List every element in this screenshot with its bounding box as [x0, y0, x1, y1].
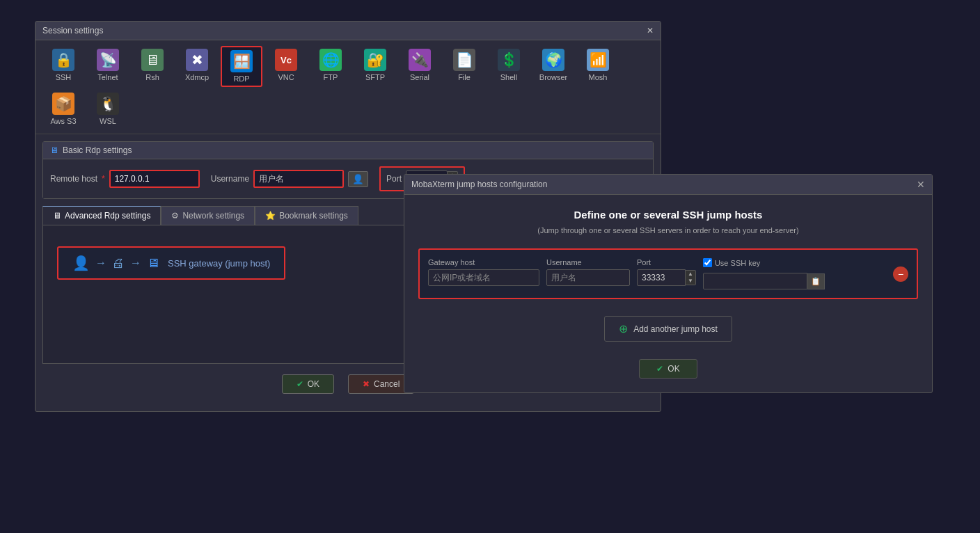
gateway-host-group: Gateway host: [428, 258, 539, 286]
browser-icon: 🌍: [542, 49, 564, 71]
cancel-label: Cancel: [374, 379, 400, 389]
protocol-vnc[interactable]: Vc VNC: [265, 46, 307, 87]
delete-jump-host-button[interactable]: −: [893, 266, 908, 282]
ssh-key-group: Use SSH key 📋: [703, 258, 825, 289]
ftp-icon: 🌐: [319, 49, 342, 71]
jump-port-group: Port ▲ ▼: [637, 258, 696, 286]
ok-label: OK: [308, 379, 319, 389]
browser-label: Browser: [539, 73, 567, 81]
bookmark-tab-label: Bookmark settings: [279, 211, 348, 221]
jump-port-down[interactable]: ▼: [686, 278, 695, 285]
popup-titlebar: MobaXterm jump hosts configuration ✕: [404, 175, 932, 195]
remote-host-group: Remote host *: [50, 170, 200, 188]
sftp-icon: 🔐: [364, 49, 386, 71]
protocol-rdp[interactable]: 🪟 RDP: [221, 46, 262, 87]
protocol-bar: 🔒 SSH 📡 Telnet 🖥 Rsh ✖ Xdmcp 🪟 RDP Vc VN…: [35, 40, 661, 134]
arrow1-icon: →: [95, 257, 106, 269]
mosh-icon: 📶: [587, 49, 609, 71]
ssh-key-checkbox-row: Use SSH key: [703, 258, 825, 267]
remote-host-label: Remote host: [50, 174, 97, 184]
bookmark-tab-icon: ⭐: [265, 211, 276, 221]
vnc-icon: Vc: [275, 49, 297, 71]
popup-ok-label: OK: [667, 364, 679, 374]
popup-subtitle: (Jump through one or several SSH servers…: [418, 226, 918, 234]
user-icon-button[interactable]: 👤: [348, 171, 368, 187]
monitor-icon: 🖥: [147, 256, 159, 271]
session-close-button[interactable]: ✕: [647, 26, 654, 35]
jump-username-input[interactable]: [546, 269, 630, 286]
session-titlebar: Session settings ✕: [35, 22, 661, 40]
network-tab-label: Network settings: [182, 211, 244, 221]
protocol-wsl[interactable]: 🐧 WSL: [87, 90, 129, 128]
tab-network[interactable]: ⚙ Network settings: [161, 206, 255, 225]
jump-port-up[interactable]: ▲: [686, 271, 695, 278]
jump-port-spinner: ▲ ▼: [637, 269, 696, 286]
popup-ok-check-icon: ✔: [656, 364, 663, 374]
advanced-rdp-tab-label: Advanced Rdp settings: [65, 211, 150, 221]
jump-entry-fields: Gateway host Username Port ▲ ▼: [428, 258, 886, 289]
protocol-shell[interactable]: 💲 Shell: [488, 46, 530, 87]
gateway-host-input[interactable]: [428, 269, 539, 286]
telnet-icon: 📡: [97, 49, 119, 71]
jump-username-field-label: Username: [546, 258, 630, 266]
ssh-key-input[interactable]: [703, 273, 807, 289]
add-jump-host-button[interactable]: ⊕ Add another jump host: [604, 316, 732, 342]
xdmcp-icon: ✖: [186, 49, 208, 71]
network-tab-icon: ⚙: [171, 211, 179, 221]
ok-button[interactable]: ✔ OK: [282, 374, 334, 394]
router-icon: 🖨: [112, 256, 125, 271]
rsh-icon: 🖥: [141, 49, 164, 71]
use-ssh-key-label: Use SSH key: [715, 259, 760, 267]
popup-close-button[interactable]: ✕: [917, 179, 925, 190]
add-jump-host-label: Add another jump host: [633, 324, 718, 334]
popup-ok-row: ✔ OK: [418, 359, 918, 379]
protocol-sftp[interactable]: 🔐 SFTP: [354, 46, 396, 87]
protocol-rsh[interactable]: 🖥 Rsh: [132, 46, 173, 87]
vnc-label: VNC: [278, 73, 294, 81]
jump-host-label: SSH gateway (jump host): [168, 258, 270, 269]
jump-hosts-popup: MobaXterm jump hosts configuration ✕ Def…: [404, 174, 933, 393]
tab-advanced-rdp[interactable]: 🖥 Advanced Rdp settings: [42, 206, 161, 225]
protocol-xdmcp[interactable]: ✖ Xdmcp: [176, 46, 218, 87]
shell-label: Shell: [500, 73, 517, 81]
jump-port-input[interactable]: [637, 269, 686, 286]
protocol-awss3[interactable]: 📦 Aws S3: [42, 90, 84, 128]
ftp-label: FTP: [324, 73, 338, 81]
port-label: Port: [386, 174, 402, 184]
protocol-browser[interactable]: 🌍 Browser: [532, 46, 574, 87]
arrow2-icon: →: [130, 257, 141, 269]
basic-rdp-title: Basic Rdp settings: [63, 145, 132, 155]
ssh-label: SSH: [56, 73, 72, 81]
protocol-ftp[interactable]: 🌐 FTP: [310, 46, 351, 87]
serial-icon: 🔌: [409, 49, 431, 71]
cancel-x-icon: ✖: [363, 379, 370, 389]
rsh-label: Rsh: [145, 73, 159, 81]
protocol-ssh[interactable]: 🔒 SSH: [42, 46, 84, 87]
protocol-serial[interactable]: 🔌 Serial: [399, 46, 441, 87]
session-title: Session settings: [42, 26, 103, 35]
popup-main-title: Define one or several SSH jump hosts: [418, 209, 918, 221]
username-group: Username 👤: [211, 170, 368, 188]
advanced-rdp-tab-icon: 🖥: [53, 211, 61, 221]
remote-host-input[interactable]: [109, 170, 200, 188]
shell-icon: 💲: [498, 49, 520, 71]
ok-check-icon: ✔: [297, 379, 303, 389]
protocol-file[interactable]: 📄 File: [443, 46, 485, 87]
tab-bookmark[interactable]: ⭐ Bookmark settings: [255, 206, 358, 225]
jump-host-button[interactable]: 👤 → 🖨 → 🖥 SSH gateway (jump host): [57, 246, 285, 280]
protocol-telnet[interactable]: 📡 Telnet: [87, 46, 129, 87]
rdp-icon: 🪟: [230, 50, 253, 72]
protocol-mosh[interactable]: 📶 Mosh: [577, 46, 619, 87]
wsl-label: WSL: [100, 117, 116, 125]
file-icon: 📄: [453, 49, 475, 71]
ssh-icon: 🔒: [52, 49, 74, 71]
gateway-host-field-label: Gateway host: [428, 258, 539, 266]
person-icon: 👤: [72, 255, 90, 271]
use-ssh-key-checkbox[interactable]: [703, 258, 712, 267]
sshkey-browse-button[interactable]: 📋: [807, 273, 825, 289]
username-input[interactable]: [253, 170, 344, 188]
popup-ok-button[interactable]: ✔ OK: [639, 359, 697, 379]
popup-body: Define one or several SSH jump hosts (Ju…: [404, 195, 932, 392]
popup-title: MobaXterm jump hosts configuration: [411, 180, 547, 189]
rdp-label: RDP: [233, 74, 249, 83]
